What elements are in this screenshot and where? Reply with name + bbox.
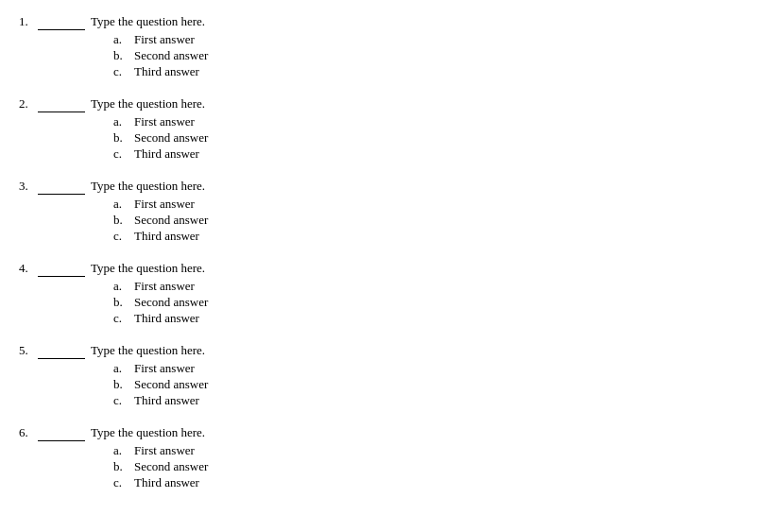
answer-letter-2-3: c. bbox=[113, 146, 134, 162]
question-block-3: 3. Type the question here.a.First answer… bbox=[19, 179, 752, 244]
question-block-4: 4. Type the question here.a.First answer… bbox=[19, 261, 752, 326]
answer-item-3-3: c.Third answer bbox=[113, 229, 752, 244]
question-number-3: 3. bbox=[19, 179, 38, 194]
question-line-2: 2. Type the question here. bbox=[19, 96, 752, 112]
answer-letter-3-2: b. bbox=[113, 213, 134, 228]
question-number-5: 5. bbox=[19, 343, 38, 358]
answer-text-1-2: Second answer bbox=[134, 48, 208, 63]
answer-item-1-2: b.Second answer bbox=[113, 48, 752, 63]
question-text-1: Type the question here. bbox=[91, 14, 205, 29]
answer-text-4-1: First answer bbox=[134, 279, 195, 294]
answers-list-2: a.First answerb.Second answerc.Third ans… bbox=[113, 114, 752, 162]
question-block-2: 2. Type the question here.a.First answer… bbox=[19, 96, 752, 162]
question-blank-6 bbox=[38, 425, 85, 441]
answers-list-6: a.First answerb.Second answerc.Third ans… bbox=[113, 443, 752, 490]
question-line-6: 6. Type the question here. bbox=[19, 425, 752, 441]
answer-item-6-1: a.First answer bbox=[113, 443, 752, 458]
answer-letter-4-3: c. bbox=[113, 311, 134, 326]
answer-text-2-2: Second answer bbox=[134, 130, 208, 146]
answer-text-5-1: First answer bbox=[134, 361, 195, 376]
answer-text-1-3: Third answer bbox=[134, 64, 199, 79]
question-text-4: Type the question here. bbox=[91, 261, 205, 276]
answer-item-4-3: c.Third answer bbox=[113, 311, 752, 326]
answers-list-5: a.First answerb.Second answerc.Third ans… bbox=[113, 361, 752, 408]
answer-item-5-2: b.Second answer bbox=[113, 377, 752, 392]
answers-list-3: a.First answerb.Second answerc.Third ans… bbox=[113, 197, 752, 244]
answer-item-1-1: a.First answer bbox=[113, 32, 752, 47]
answer-item-3-2: b.Second answer bbox=[113, 213, 752, 228]
question-block-5: 5. Type the question here.a.First answer… bbox=[19, 343, 752, 408]
answer-item-2-2: b.Second answer bbox=[113, 130, 752, 146]
answer-text-6-1: First answer bbox=[134, 443, 195, 458]
answer-text-6-3: Third answer bbox=[134, 475, 199, 490]
answer-letter-1-2: b. bbox=[113, 48, 134, 63]
answer-item-1-3: c.Third answer bbox=[113, 64, 752, 79]
answer-letter-3-3: c. bbox=[113, 229, 134, 244]
answer-letter-6-1: a. bbox=[113, 443, 134, 458]
answer-text-2-1: First answer bbox=[134, 114, 195, 129]
answer-letter-4-1: a. bbox=[113, 279, 134, 294]
answer-text-4-2: Second answer bbox=[134, 295, 208, 310]
answer-item-4-1: a.First answer bbox=[113, 279, 752, 294]
question-text-5: Type the question here. bbox=[91, 343, 205, 358]
question-block-1: 1. Type the question here.a.First answer… bbox=[19, 14, 752, 79]
answer-text-4-3: Third answer bbox=[134, 311, 199, 326]
answers-list-1: a.First answerb.Second answerc.Third ans… bbox=[113, 32, 752, 79]
answers-list-4: a.First answerb.Second answerc.Third ans… bbox=[113, 279, 752, 326]
question-blank-2 bbox=[38, 96, 85, 112]
answer-letter-1-1: a. bbox=[113, 32, 134, 47]
answer-text-3-2: Second answer bbox=[134, 213, 208, 228]
question-text-3: Type the question here. bbox=[91, 179, 205, 194]
answer-letter-1-3: c. bbox=[113, 64, 134, 79]
answer-letter-5-3: c. bbox=[113, 393, 134, 408]
question-line-4: 4. Type the question here. bbox=[19, 261, 752, 277]
question-number-4: 4. bbox=[19, 261, 38, 276]
question-blank-4 bbox=[38, 261, 85, 277]
answer-text-2-3: Third answer bbox=[134, 146, 199, 162]
question-text-6: Type the question here. bbox=[91, 425, 205, 440]
answer-letter-5-2: b. bbox=[113, 377, 134, 392]
answer-item-5-3: c.Third answer bbox=[113, 393, 752, 408]
answer-letter-3-1: a. bbox=[113, 197, 134, 212]
answer-letter-6-3: c. bbox=[113, 475, 134, 490]
answer-text-3-3: Third answer bbox=[134, 229, 199, 244]
answer-text-5-2: Second answer bbox=[134, 377, 208, 392]
answer-text-1-1: First answer bbox=[134, 32, 195, 47]
answer-text-3-1: First answer bbox=[134, 197, 195, 212]
answer-item-5-1: a.First answer bbox=[113, 361, 752, 376]
question-block-6: 6. Type the question here.a.First answer… bbox=[19, 425, 752, 490]
answer-text-6-2: Second answer bbox=[134, 459, 208, 474]
question-line-1: 1. Type the question here. bbox=[19, 14, 752, 30]
answer-letter-5-1: a. bbox=[113, 361, 134, 376]
question-line-3: 3. Type the question here. bbox=[19, 179, 752, 195]
question-blank-3 bbox=[38, 179, 85, 195]
answer-item-6-3: c.Third answer bbox=[113, 475, 752, 490]
question-line-5: 5. Type the question here. bbox=[19, 343, 752, 359]
answer-item-3-1: a.First answer bbox=[113, 197, 752, 212]
answer-text-5-3: Third answer bbox=[134, 393, 199, 408]
question-number-1: 1. bbox=[19, 14, 38, 29]
question-text-2: Type the question here. bbox=[91, 96, 205, 112]
answer-letter-2-1: a. bbox=[113, 114, 134, 129]
answer-letter-2-2: b. bbox=[113, 130, 134, 146]
answer-item-4-2: b.Second answer bbox=[113, 295, 752, 310]
answer-item-2-1: a.First answer bbox=[113, 114, 752, 129]
answer-item-6-2: b.Second answer bbox=[113, 459, 752, 474]
question-number-6: 6. bbox=[19, 425, 38, 440]
answer-letter-4-2: b. bbox=[113, 295, 134, 310]
question-blank-5 bbox=[38, 343, 85, 359]
questions-container: 1. Type the question here.a.First answer… bbox=[19, 14, 752, 490]
question-blank-1 bbox=[38, 14, 85, 30]
answer-letter-6-2: b. bbox=[113, 459, 134, 474]
answer-item-2-3: c.Third answer bbox=[113, 146, 752, 162]
question-number-2: 2. bbox=[19, 96, 38, 112]
